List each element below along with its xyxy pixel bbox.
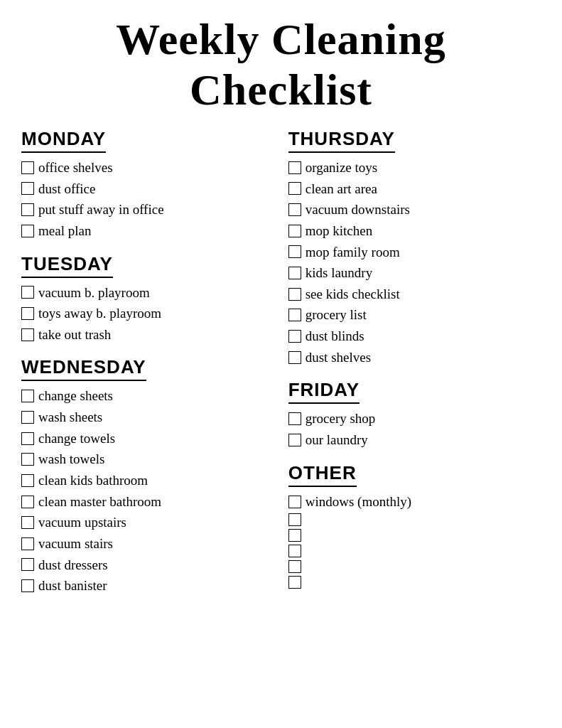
- item-label: put stuff away in office: [38, 200, 164, 219]
- item-label: dust dressers: [38, 556, 108, 574]
- list-item: vacuum upstairs: [21, 513, 267, 532]
- checkbox[interactable]: [288, 560, 301, 573]
- checkbox[interactable]: [288, 545, 301, 557]
- list-item: dust dressers: [21, 556, 267, 574]
- item-label: office shelves: [38, 159, 113, 177]
- item-label: wash sheets: [38, 408, 102, 427]
- checkbox[interactable]: [21, 411, 34, 424]
- day-section-friday: FRIDAYgrocery shopour laundry: [288, 379, 541, 449]
- checkbox[interactable]: [21, 516, 34, 529]
- checkbox[interactable]: [21, 286, 34, 299]
- list-item: office shelves: [21, 159, 267, 177]
- checkbox[interactable]: [288, 412, 301, 425]
- list-item: mop kitchen: [288, 222, 541, 240]
- item-label: dust banister: [38, 577, 107, 595]
- list-item: see kids checklist: [288, 285, 541, 304]
- checkbox[interactable]: [21, 307, 34, 320]
- day-section-tuesday: TUESDAYvacuum b. playroomtoys away b. pl…: [21, 253, 267, 344]
- checkbox[interactable]: [21, 496, 34, 508]
- list-item: [288, 513, 541, 526]
- checkbox[interactable]: [288, 203, 301, 216]
- checkbox[interactable]: [288, 267, 301, 279]
- list-item: organize toys: [288, 159, 541, 177]
- checkbox[interactable]: [288, 351, 301, 364]
- list-item: grocery shop: [288, 410, 541, 428]
- checkbox[interactable]: [288, 161, 301, 174]
- day-section-wednesday: WEDNESDAYchange sheetswash sheetschange …: [21, 356, 267, 594]
- day-heading-friday: FRIDAY: [288, 379, 360, 404]
- checkbox[interactable]: [21, 432, 34, 445]
- list-item: kids laundry: [288, 264, 541, 282]
- list-item: [288, 545, 541, 557]
- checkbox[interactable]: [21, 474, 34, 487]
- checkbox[interactable]: [288, 496, 301, 508]
- checkbox[interactable]: [21, 537, 34, 550]
- item-label: kids laundry: [306, 264, 372, 282]
- checklist-thursday: organize toysclean art areavacuum downst…: [288, 159, 541, 366]
- item-label: dust shelves: [306, 348, 371, 367]
- checkbox[interactable]: [21, 225, 34, 237]
- item-label: vacuum downstairs: [306, 200, 410, 219]
- checkbox[interactable]: [288, 182, 301, 195]
- checkbox[interactable]: [21, 579, 34, 592]
- checkbox[interactable]: [21, 453, 34, 466]
- list-item: dust office: [21, 180, 267, 198]
- day-section-monday: MONDAYoffice shelvesdust officeput stuff…: [21, 128, 267, 240]
- checkbox[interactable]: [21, 161, 34, 174]
- list-item: toys away b. playroom: [21, 304, 267, 323]
- checkbox[interactable]: [288, 245, 301, 258]
- day-heading-tuesday: TUESDAY: [21, 253, 113, 278]
- item-label: wash towels: [38, 450, 104, 469]
- day-section-thursday: THURSDAYorganize toysclean art areavacuu…: [288, 128, 541, 366]
- left-column: MONDAYoffice shelvesdust officeput stuff…: [21, 128, 281, 608]
- checkbox[interactable]: [288, 529, 301, 542]
- checkbox[interactable]: [21, 182, 34, 195]
- list-item: vacuum b. playroom: [21, 284, 267, 302]
- list-item: our laundry: [288, 431, 541, 449]
- list-item: grocery list: [288, 306, 541, 324]
- item-label: vacuum upstairs: [38, 513, 126, 532]
- list-item: [288, 560, 541, 573]
- checkbox[interactable]: [288, 576, 301, 589]
- item-label: toys away b. playroom: [38, 304, 161, 323]
- list-item: vacuum downstairs: [288, 200, 541, 219]
- list-item: [288, 529, 541, 542]
- list-item: change towels: [21, 429, 267, 448]
- item-label: windows (monthly): [306, 493, 411, 511]
- item-label: clean kids bathroom: [38, 471, 148, 490]
- list-item: vacuum stairs: [21, 535, 267, 553]
- day-heading-monday: MONDAY: [21, 128, 106, 153]
- checklist-tuesday: vacuum b. playroomtoys away b. playroomt…: [21, 284, 267, 344]
- checkbox[interactable]: [21, 203, 34, 216]
- checkbox[interactable]: [288, 309, 301, 321]
- item-label: clean art area: [306, 180, 377, 198]
- checkbox[interactable]: [21, 390, 34, 402]
- item-label: our laundry: [306, 431, 368, 449]
- checkbox[interactable]: [288, 513, 301, 526]
- checkbox[interactable]: [288, 288, 301, 301]
- list-item: dust blinds: [288, 327, 541, 346]
- checkbox[interactable]: [21, 558, 34, 571]
- item-label: vacuum b. playroom: [38, 284, 150, 302]
- checklist-friday: grocery shopour laundry: [288, 410, 541, 449]
- day-heading-wednesday: WEDNESDAY: [21, 356, 146, 381]
- checkbox[interactable]: [288, 434, 301, 446]
- item-label: change sheets: [38, 387, 113, 405]
- item-label: dust blinds: [306, 327, 364, 346]
- item-label: take out trash: [38, 326, 111, 344]
- page-title: Weekly Cleaning Checklist: [21, 14, 541, 115]
- checkbox[interactable]: [288, 225, 301, 237]
- item-label: grocery shop: [306, 410, 376, 428]
- list-item: wash towels: [21, 450, 267, 469]
- list-item: clean kids bathroom: [21, 471, 267, 490]
- checklist-wednesday: change sheetswash sheetschange towelswas…: [21, 387, 267, 594]
- right-column: THURSDAYorganize toysclean art areavacuu…: [281, 128, 541, 601]
- day-section-other: OTHERwindows (monthly): [288, 462, 541, 589]
- list-item: mop family room: [288, 243, 541, 262]
- checkbox[interactable]: [21, 328, 34, 341]
- item-label: organize toys: [306, 159, 378, 177]
- item-label: grocery list: [306, 306, 367, 324]
- day-heading-thursday: THURSDAY: [288, 128, 395, 153]
- checkbox[interactable]: [288, 330, 301, 343]
- checklist-other: windows (monthly): [288, 493, 541, 589]
